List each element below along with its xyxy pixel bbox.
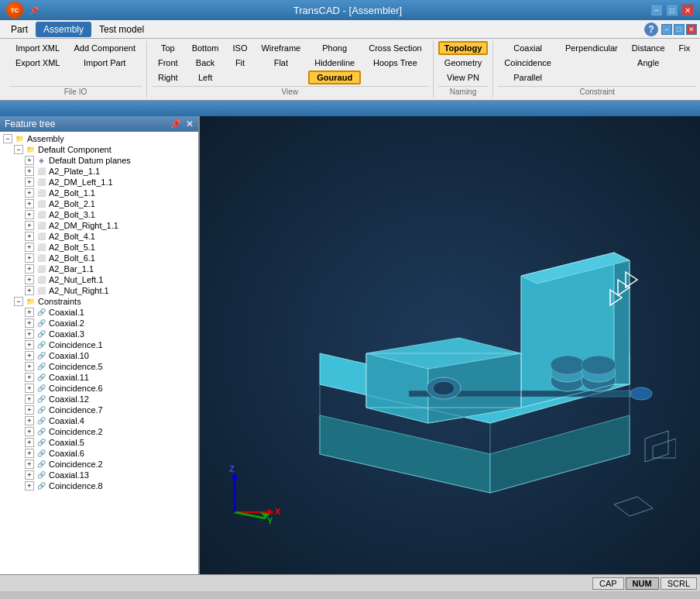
tree-item-coincidence2x[interactable]: +🔗Coincidence.2 [0,426,198,437]
coaxial-button[interactable]: Coaxial [498,41,558,55]
tree-toggle-coincidence2x[interactable]: + [25,427,34,436]
tree-item-coaxial10[interactable]: +🔗Coaxial.10 [0,350,198,361]
num-button[interactable]: NUM [626,577,659,590]
tree-item-default-component[interactable]: −📁Default Component [0,144,198,155]
tree-item-coincidence6[interactable]: +🔗Coincidence.6 [0,383,198,394]
tree-item-constraints[interactable]: −📁Constraints [0,296,198,307]
tree-item-a2-nut-left[interactable]: +⬜A2_Nut_Left.1 [0,274,198,285]
tree-toggle-coaxial10[interactable]: + [25,351,34,360]
tree-item-a2-bolt3[interactable]: +⬜A2_Bolt_3.1 [0,209,198,220]
ribbon-maximize[interactable]: □ [674,24,685,35]
tree-item-a2-nut-right[interactable]: +⬜A2_Nut_Right.1 [0,285,198,296]
tree-toggle-coincidence7[interactable]: + [25,405,34,415]
tree-item-a2-dm-left[interactable]: +⬜A2_DM_Left_1.1 [0,177,198,188]
close-sidebar-button[interactable]: ✕ [186,119,194,129]
coincidence-button[interactable]: Coincidence [498,56,558,70]
close-button[interactable]: ✕ [681,4,694,16]
gouraud-button[interactable]: Gouraud [308,71,361,84]
tree-toggle-a2-nut-right[interactable]: + [25,286,34,295]
tree-toggle-coincidence5[interactable]: + [25,362,34,371]
add-component-button[interactable]: Add Component [67,41,142,55]
tree-item-a2-bolt2[interactable]: +⬜A2_Bolt_2.1 [0,198,198,209]
fit-view-button[interactable]: Fit [227,56,254,70]
menu-part[interactable]: Part [3,22,36,37]
scrl-button[interactable]: SCRL [661,577,697,590]
topology-button[interactable]: Topology [438,41,489,55]
tree-toggle-a2-bar[interactable]: + [25,264,34,274]
tree-toggle-a2-bolt1[interactable]: + [25,188,34,198]
tree-toggle-coaxial13[interactable]: + [25,470,34,480]
menu-testmodel[interactable]: Test model [91,22,152,37]
tree-item-coaxial3[interactable]: +🔗Coaxial.3 [0,329,198,339]
tree-item-coaxial6[interactable]: +🔗Coaxial.6 [0,448,198,459]
pin-sidebar-button[interactable]: 📌 [170,119,181,129]
tree-toggle-coincidence1[interactable]: + [25,340,34,349]
right-view-button[interactable]: Right [152,71,184,84]
cap-button[interactable]: CAP [592,577,624,590]
tree-toggle-a2-plate[interactable]: + [25,167,34,176]
front-view-button[interactable]: Front [152,56,184,70]
phong-button[interactable]: Phong [308,41,361,55]
tree-item-coincidence8[interactable]: +🔗Coincidence.8 [0,480,198,491]
cross-section-button[interactable]: Cross Section [362,41,427,55]
ribbon-minimize[interactable]: − [661,24,672,35]
tree-toggle-coincidence2b[interactable]: + [25,460,34,469]
tree-item-coaxial4[interactable]: +🔗Coaxial.4 [0,415,198,426]
tree-item-default-datum[interactable]: +◈Default Datum planes [0,155,198,166]
tree-toggle-assembly-root[interactable]: − [3,134,12,143]
tree-toggle-coaxial5[interactable]: + [25,438,34,447]
help-button[interactable]: ? [644,22,658,36]
tree-toggle-coaxial2[interactable]: + [25,318,34,328]
tree-item-coaxial13[interactable]: +🔗Coaxial.13 [0,470,198,480]
export-xml-button[interactable]: Export XML [9,56,66,70]
perpendicular-button[interactable]: Perpendicular [559,41,624,55]
parallel-button[interactable]: Parallel [498,71,558,84]
tree-item-coincidence2b[interactable]: +🔗Coincidence.2 [0,459,198,470]
tree-item-a2-bolt4[interactable]: +⬜A2_Bolt_4.1 [0,231,198,242]
fix-button[interactable]: Fix [673,41,697,55]
tree-item-assembly-root[interactable]: −📁Assembly [0,133,198,144]
ribbon-close[interactable]: ✕ [686,24,697,35]
tree-toggle-coaxial6[interactable]: + [25,449,34,458]
geometry-button[interactable]: Geometry [438,56,489,70]
tree-toggle-default-datum[interactable]: + [25,156,34,165]
distance-button[interactable]: Distance [626,41,671,55]
angle-button[interactable]: Angle [626,56,671,70]
tree-item-coaxial2[interactable]: +🔗Coaxial.2 [0,318,198,329]
viewport[interactable]: X Y Z [200,116,700,574]
top-view-button[interactable]: Top [152,41,184,55]
tree-item-coincidence1[interactable]: +🔗Coincidence.1 [0,339,198,350]
back-view-button[interactable]: Back [186,56,225,70]
tree-item-coaxial11[interactable]: +🔗Coaxial.11 [0,372,198,383]
tree-toggle-a2-bolt6[interactable]: + [25,253,34,263]
bottom-view-button[interactable]: Bottom [186,41,225,55]
left-view-button[interactable]: Left [186,71,225,84]
minimize-button[interactable]: − [650,4,663,16]
tree-toggle-a2-bolt2[interactable]: + [25,199,34,208]
hoops-tree-button[interactable]: Hoops Tree [362,56,427,70]
tree-item-a2-plate[interactable]: +⬜A2_Plate_1.1 [0,166,198,177]
maximize-button[interactable]: □ [666,4,678,16]
tree-toggle-coaxial1[interactable]: + [25,308,34,317]
tree-toggle-a2-bolt4[interactable]: + [25,232,34,241]
tree-item-coaxial1[interactable]: +🔗Coaxial.1 [0,307,198,318]
tree-toggle-coincidence8[interactable]: + [25,481,34,491]
tree-item-a2-bolt5[interactable]: +⬜A2_Bolt_5.1 [0,242,198,253]
tree-toggle-a2-nut-left[interactable]: + [25,275,34,284]
tree-toggle-coaxial3[interactable]: + [25,329,34,339]
import-xml-button[interactable]: Import XML [9,41,66,55]
wireframe-button[interactable]: Wireframe [255,41,307,55]
viewpn-button[interactable]: View PN [438,71,489,84]
tree-item-coaxial5[interactable]: +🔗Coaxial.5 [0,437,198,448]
tree-item-coincidence5[interactable]: +🔗Coincidence.5 [0,361,198,372]
tree-item-a2-dm-right[interactable]: +⬜A2_DM_Right_1.1 [0,220,198,231]
tree-toggle-coaxial12[interactable]: + [25,394,34,404]
tree-item-a2-bar[interactable]: +⬜A2_Bar_1.1 [0,263,198,274]
flat-button[interactable]: Flat [255,56,307,70]
tree-toggle-coaxial4[interactable]: + [25,416,34,425]
tree-item-coincidence7[interactable]: +🔗Coincidence.7 [0,404,198,415]
tree-item-a2-bolt6[interactable]: +⬜A2_Bolt_6.1 [0,253,198,263]
hiddenline-button[interactable]: Hiddenline [308,56,361,70]
tree-item-coaxial12[interactable]: +🔗Coaxial.12 [0,394,198,404]
iso-view-button[interactable]: ISO [227,41,254,55]
